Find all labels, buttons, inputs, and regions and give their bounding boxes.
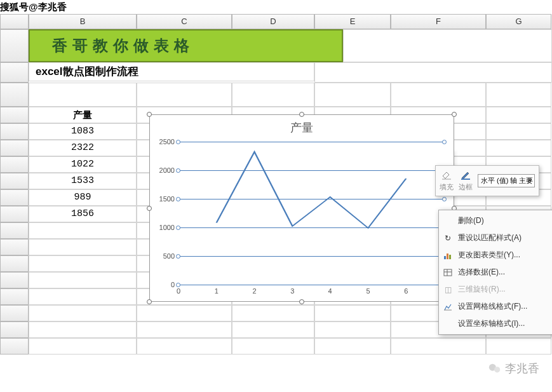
svg-rect-2 [444, 256, 446, 259]
cell[interactable] [29, 305, 137, 321]
chart-title[interactable]: 产量 [150, 115, 454, 139]
row-header[interactable] [0, 107, 29, 123]
outline-button[interactable]: 边框 [459, 170, 473, 192]
row-header[interactable] [0, 338, 29, 355]
selection-handle[interactable] [147, 299, 152, 304]
row-header[interactable] [0, 288, 29, 305]
gridline-icon [443, 302, 453, 312]
data-header-cell[interactable]: 产量 [29, 107, 137, 123]
fill-button[interactable]: 填充 [440, 170, 454, 192]
cell[interactable] [29, 255, 137, 272]
cell[interactable] [137, 321, 232, 338]
column-headers: B C D E F G [0, 14, 552, 29]
row-header[interactable] [0, 206, 29, 222]
selection-handle[interactable] [299, 112, 304, 117]
y-tick-label: 2000 [159, 166, 175, 174]
cell[interactable] [486, 123, 551, 140]
gridline[interactable] [178, 285, 444, 285]
row-header[interactable] [0, 173, 29, 189]
selection-handle[interactable] [147, 206, 152, 211]
data-cell[interactable]: 1083 [29, 123, 137, 140]
cell[interactable] [232, 83, 314, 107]
table-icon [443, 267, 453, 278]
cell[interactable] [29, 272, 137, 288]
y-tick-label: 1500 [159, 195, 175, 203]
y-tick-label: 1000 [159, 224, 175, 231]
chart-object[interactable]: 产量 2500 2000 1500 1000 500 0 0 1 2 3 4 5… [149, 114, 454, 302]
col-header-c[interactable]: C [137, 14, 232, 29]
cell[interactable] [486, 107, 551, 123]
cell[interactable] [391, 338, 486, 355]
menu-reset-style[interactable]: ↻ 重设以匹配样式(A) [439, 229, 552, 247]
row-header[interactable] [0, 222, 29, 239]
row-header[interactable] [0, 239, 29, 255]
data-cell[interactable]: 2322 [29, 140, 137, 156]
cell[interactable] [137, 83, 232, 107]
cell[interactable] [486, 83, 551, 107]
x-tick-label: 6 [404, 287, 408, 295]
cell[interactable] [29, 338, 137, 355]
menu-select-data[interactable]: 选择数据(E)... [439, 264, 552, 281]
cell[interactable] [314, 338, 391, 355]
data-cell[interactable]: 1022 [29, 156, 137, 173]
data-cell[interactable]: 989 [29, 189, 137, 206]
bar-chart-icon [443, 250, 453, 260]
col-header-f[interactable]: F [391, 14, 486, 29]
col-header-e[interactable]: E [314, 14, 391, 29]
cell[interactable] [137, 305, 232, 321]
row-header[interactable] [0, 189, 29, 206]
cell[interactable] [343, 29, 552, 62]
cell[interactable] [486, 140, 551, 156]
x-tick-label: 4 [328, 287, 332, 295]
row-header[interactable] [0, 272, 29, 288]
row-header[interactable] [0, 156, 29, 173]
cell[interactable] [137, 338, 232, 355]
cell[interactable] [29, 321, 137, 338]
menu-gridline-format[interactable]: 设置网格线格式(F)... [439, 298, 552, 315]
menu-delete[interactable]: 删除(D) [439, 212, 552, 229]
cell[interactable] [486, 338, 551, 355]
col-header-g[interactable]: G [486, 14, 551, 29]
cell[interactable] [29, 83, 137, 107]
col-header-d[interactable]: D [232, 14, 314, 29]
menu-axis-format[interactable]: 设置坐标轴格式(I)... [439, 315, 552, 332]
data-cell[interactable]: 1533 [29, 173, 137, 189]
selection-handle[interactable] [299, 299, 304, 304]
cell[interactable] [232, 305, 314, 321]
row-header[interactable] [0, 305, 29, 321]
cell[interactable] [29, 288, 137, 305]
row-header[interactable] [0, 29, 29, 62]
row-header[interactable] [0, 62, 29, 83]
pen-icon [459, 170, 472, 181]
col-header-b[interactable]: B [29, 14, 137, 29]
menu-3d-rotate: ◫ 三维旋转(R)... [439, 281, 552, 298]
cell[interactable] [391, 83, 486, 107]
row-header[interactable] [0, 123, 29, 140]
row-header[interactable] [0, 140, 29, 156]
chart-series-line[interactable] [178, 142, 444, 285]
svg-rect-4 [449, 255, 451, 259]
banner-title[interactable]: 香哥教你做表格 [29, 29, 343, 62]
cell[interactable] [232, 338, 314, 355]
cell[interactable] [314, 321, 391, 338]
cell[interactable] [314, 305, 391, 321]
wechat-icon [488, 362, 502, 375]
chart-element-selector[interactable]: 水平 (值) 轴 主要 [478, 174, 535, 187]
cell[interactable] [29, 239, 137, 255]
selection-handle[interactable] [452, 112, 457, 117]
row-header[interactable] [0, 321, 29, 338]
row-header-corner[interactable] [0, 14, 29, 29]
row-header[interactable] [0, 83, 29, 107]
cell[interactable] [314, 83, 391, 107]
y-tick-label: 2500 [159, 138, 175, 145]
cell[interactable] [314, 62, 552, 83]
subtitle-cell[interactable]: excel散点图制作流程 [29, 62, 314, 81]
plot-area[interactable]: 2500 2000 1500 1000 500 0 0 1 2 3 4 5 6 … [178, 142, 444, 285]
row-header[interactable] [0, 255, 29, 272]
cell[interactable] [232, 321, 314, 338]
data-cell[interactable]: 1856 [29, 206, 137, 222]
menu-change-chart-type[interactable]: 更改图表类型(Y)... [439, 247, 552, 264]
cell[interactable] [29, 222, 137, 239]
watermark-top: 搜狐号@李兆香 [0, 1, 67, 13]
selection-handle[interactable] [147, 112, 152, 117]
